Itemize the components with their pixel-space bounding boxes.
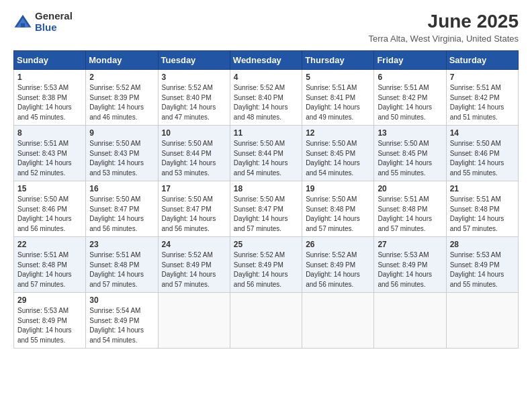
calendar-cell: 25Sunrise: 5:52 AMSunset: 8:49 PMDayligh… bbox=[230, 237, 302, 293]
day-number: 22 bbox=[17, 240, 82, 249]
calendar-cell: 6Sunrise: 5:51 AMSunset: 8:42 PMDaylight… bbox=[374, 70, 446, 126]
day-info: Sunrise: 5:51 AMSunset: 8:48 PMDaylight:… bbox=[89, 250, 154, 289]
calendar-cell: 21Sunrise: 5:51 AMSunset: 8:48 PMDayligh… bbox=[446, 181, 518, 237]
logo-icon bbox=[13, 13, 32, 32]
calendar-week-row: 22Sunrise: 5:51 AMSunset: 8:48 PMDayligh… bbox=[14, 237, 519, 293]
calendar-header-row: SundayMondayTuesdayWednesdayThursdayFrid… bbox=[14, 51, 519, 70]
day-info: Sunrise: 5:53 AMSunset: 8:49 PMDaylight:… bbox=[378, 250, 442, 289]
calendar-cell: 5Sunrise: 5:51 AMSunset: 8:41 PMDaylight… bbox=[302, 70, 374, 126]
day-number: 16 bbox=[89, 184, 154, 193]
day-info: Sunrise: 5:51 AMSunset: 8:41 PMDaylight:… bbox=[306, 83, 370, 122]
column-header-sunday: Sunday bbox=[14, 51, 86, 70]
logo-general: General bbox=[35, 11, 73, 22]
day-number: 17 bbox=[162, 184, 226, 193]
calendar-cell: 15Sunrise: 5:50 AMSunset: 8:46 PMDayligh… bbox=[14, 181, 86, 237]
calendar-cell: 26Sunrise: 5:52 AMSunset: 8:49 PMDayligh… bbox=[302, 237, 374, 293]
day-info: Sunrise: 5:50 AMSunset: 8:46 PMDaylight:… bbox=[450, 139, 515, 178]
day-info: Sunrise: 5:50 AMSunset: 8:44 PMDaylight:… bbox=[162, 139, 226, 178]
day-number: 15 bbox=[17, 184, 82, 193]
calendar-cell: 10Sunrise: 5:50 AMSunset: 8:44 PMDayligh… bbox=[158, 126, 230, 181]
day-info: Sunrise: 5:50 AMSunset: 8:45 PMDaylight:… bbox=[378, 139, 442, 178]
day-number: 12 bbox=[306, 128, 370, 138]
day-info: Sunrise: 5:53 AMSunset: 8:49 PMDaylight:… bbox=[17, 306, 82, 345]
calendar-week-row: 8Sunrise: 5:51 AMSunset: 8:43 PMDaylight… bbox=[14, 126, 519, 181]
title-block: June 2025 Terra Alta, West Virginia, Uni… bbox=[368, 11, 519, 44]
day-number: 24 bbox=[162, 240, 226, 249]
column-header-saturday: Saturday bbox=[446, 51, 518, 70]
day-info: Sunrise: 5:52 AMSunset: 8:40 PMDaylight:… bbox=[162, 83, 226, 122]
calendar-cell: 3Sunrise: 5:52 AMSunset: 8:40 PMDaylight… bbox=[158, 70, 230, 126]
day-info: Sunrise: 5:54 AMSunset: 8:49 PMDaylight:… bbox=[89, 306, 154, 345]
day-number: 6 bbox=[378, 73, 442, 82]
svg-rect-2 bbox=[21, 23, 25, 27]
day-number: 11 bbox=[234, 128, 298, 138]
calendar-cell: 28Sunrise: 5:53 AMSunset: 8:49 PMDayligh… bbox=[446, 237, 518, 293]
day-number: 4 bbox=[234, 73, 298, 82]
calendar-cell: 9Sunrise: 5:50 AMSunset: 8:43 PMDaylight… bbox=[86, 126, 158, 181]
calendar-cell: 27Sunrise: 5:53 AMSunset: 8:49 PMDayligh… bbox=[374, 237, 446, 293]
calendar-week-row: 15Sunrise: 5:50 AMSunset: 8:46 PMDayligh… bbox=[14, 181, 519, 237]
day-info: Sunrise: 5:50 AMSunset: 8:46 PMDaylight:… bbox=[17, 195, 82, 234]
day-number: 28 bbox=[450, 240, 515, 249]
day-number: 25 bbox=[234, 240, 298, 249]
calendar-cell: 24Sunrise: 5:52 AMSunset: 8:49 PMDayligh… bbox=[158, 237, 230, 293]
day-info: Sunrise: 5:50 AMSunset: 8:47 PMDaylight:… bbox=[162, 195, 226, 234]
calendar-cell bbox=[374, 293, 446, 349]
day-info: Sunrise: 5:52 AMSunset: 8:39 PMDaylight:… bbox=[89, 83, 154, 122]
day-number: 3 bbox=[162, 73, 226, 82]
day-info: Sunrise: 5:50 AMSunset: 8:43 PMDaylight:… bbox=[89, 139, 154, 178]
day-number: 7 bbox=[450, 73, 515, 82]
calendar-cell: 20Sunrise: 5:51 AMSunset: 8:48 PMDayligh… bbox=[374, 181, 446, 237]
main-title: June 2025 bbox=[368, 11, 519, 32]
logo-text: General Blue bbox=[35, 11, 73, 33]
day-number: 30 bbox=[89, 295, 154, 305]
day-info: Sunrise: 5:50 AMSunset: 8:48 PMDaylight:… bbox=[306, 195, 370, 234]
subtitle: Terra Alta, West Virginia, United States bbox=[368, 34, 519, 44]
calendar-cell bbox=[230, 293, 302, 349]
calendar-cell bbox=[158, 293, 230, 349]
day-info: Sunrise: 5:53 AMSunset: 8:38 PMDaylight:… bbox=[17, 83, 82, 122]
day-number: 29 bbox=[17, 295, 82, 305]
day-info: Sunrise: 5:50 AMSunset: 8:45 PMDaylight:… bbox=[306, 139, 370, 178]
calendar-cell: 11Sunrise: 5:50 AMSunset: 8:44 PMDayligh… bbox=[230, 126, 302, 181]
header: General Blue June 2025 Terra Alta, West … bbox=[13, 11, 519, 44]
logo-blue: Blue bbox=[35, 22, 73, 34]
calendar-cell: 17Sunrise: 5:50 AMSunset: 8:47 PMDayligh… bbox=[158, 181, 230, 237]
calendar-cell bbox=[302, 293, 374, 349]
calendar-cell bbox=[446, 293, 518, 349]
day-info: Sunrise: 5:51 AMSunset: 8:42 PMDaylight:… bbox=[450, 83, 515, 122]
column-header-wednesday: Wednesday bbox=[230, 51, 302, 70]
day-number: 18 bbox=[234, 184, 298, 193]
column-header-thursday: Thursday bbox=[302, 51, 374, 70]
day-info: Sunrise: 5:51 AMSunset: 8:48 PMDaylight:… bbox=[378, 195, 442, 234]
day-info: Sunrise: 5:50 AMSunset: 8:47 PMDaylight:… bbox=[89, 195, 154, 234]
day-info: Sunrise: 5:52 AMSunset: 8:49 PMDaylight:… bbox=[234, 250, 298, 289]
day-number: 26 bbox=[306, 240, 370, 249]
day-number: 14 bbox=[450, 128, 515, 138]
page: General Blue June 2025 Terra Alta, West … bbox=[0, 0, 532, 411]
calendar-cell: 13Sunrise: 5:50 AMSunset: 8:45 PMDayligh… bbox=[374, 126, 446, 181]
calendar-table: SundayMondayTuesdayWednesdayThursdayFrid… bbox=[13, 50, 519, 349]
day-number: 19 bbox=[306, 184, 370, 193]
day-number: 20 bbox=[378, 184, 442, 193]
day-number: 8 bbox=[17, 128, 82, 138]
day-number: 21 bbox=[450, 184, 515, 193]
column-header-monday: Monday bbox=[86, 51, 158, 70]
calendar-cell: 29Sunrise: 5:53 AMSunset: 8:49 PMDayligh… bbox=[14, 293, 86, 349]
calendar-cell: 23Sunrise: 5:51 AMSunset: 8:48 PMDayligh… bbox=[86, 237, 158, 293]
calendar-cell: 19Sunrise: 5:50 AMSunset: 8:48 PMDayligh… bbox=[302, 181, 374, 237]
day-number: 9 bbox=[89, 128, 154, 138]
day-number: 5 bbox=[306, 73, 370, 82]
logo: General Blue bbox=[13, 11, 73, 33]
day-info: Sunrise: 5:52 AMSunset: 8:40 PMDaylight:… bbox=[234, 83, 298, 122]
calendar-week-row: 1Sunrise: 5:53 AMSunset: 8:38 PMDaylight… bbox=[14, 70, 519, 126]
day-info: Sunrise: 5:51 AMSunset: 8:43 PMDaylight:… bbox=[17, 139, 82, 178]
day-info: Sunrise: 5:51 AMSunset: 8:48 PMDaylight:… bbox=[17, 250, 82, 289]
day-info: Sunrise: 5:50 AMSunset: 8:47 PMDaylight:… bbox=[234, 195, 298, 234]
day-info: Sunrise: 5:52 AMSunset: 8:49 PMDaylight:… bbox=[162, 250, 226, 289]
calendar-cell: 7Sunrise: 5:51 AMSunset: 8:42 PMDaylight… bbox=[446, 70, 518, 126]
calendar-cell: 30Sunrise: 5:54 AMSunset: 8:49 PMDayligh… bbox=[86, 293, 158, 349]
calendar-cell: 22Sunrise: 5:51 AMSunset: 8:48 PMDayligh… bbox=[14, 237, 86, 293]
calendar-cell: 1Sunrise: 5:53 AMSunset: 8:38 PMDaylight… bbox=[14, 70, 86, 126]
calendar-cell: 18Sunrise: 5:50 AMSunset: 8:47 PMDayligh… bbox=[230, 181, 302, 237]
